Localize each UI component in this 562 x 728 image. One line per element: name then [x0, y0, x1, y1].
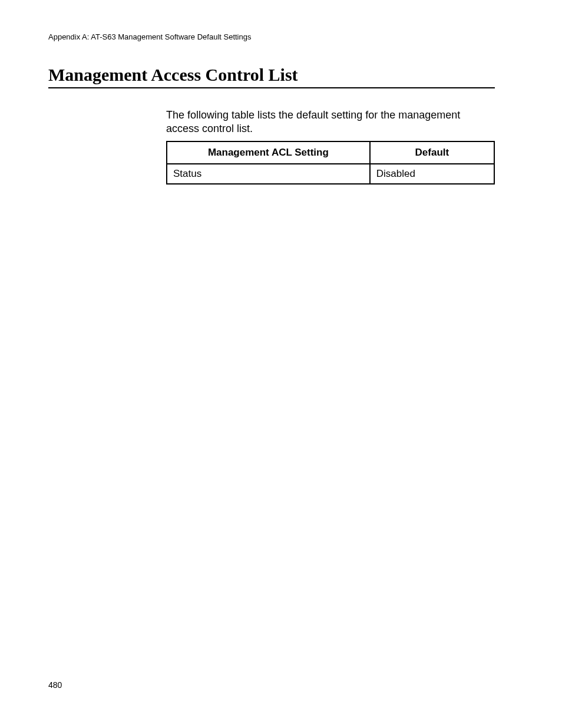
page-number: 480: [48, 680, 62, 690]
title-underline: [48, 87, 495, 88]
intro-paragraph: The following table lists the default se…: [166, 108, 495, 136]
table-row: Status Disabled: [167, 164, 494, 184]
settings-table: Management ACL Setting Default Status Di…: [166, 141, 495, 185]
table-cell-setting: Status: [167, 164, 370, 184]
page-header-appendix: Appendix A: AT-S63 Management Software D…: [48, 32, 251, 41]
table-header-setting: Management ACL Setting: [167, 141, 370, 164]
table-cell-default: Disabled: [370, 164, 494, 184]
table-header-default: Default: [370, 141, 494, 164]
table-header-row: Management ACL Setting Default: [167, 141, 494, 164]
section-title: Management Access Control List: [48, 65, 298, 85]
